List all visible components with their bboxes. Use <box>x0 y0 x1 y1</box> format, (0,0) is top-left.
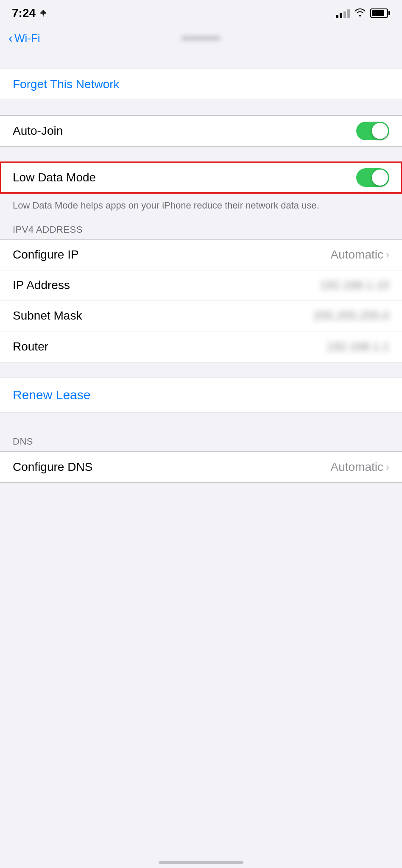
renew-lease-label: Renew Lease <box>13 388 90 402</box>
auto-join-row: Auto-Join <box>0 116 402 146</box>
subnet-mask-row: Subnet Mask 255.255.255.0 <box>0 301 402 331</box>
section-gap-4 <box>0 362 402 378</box>
location-icon <box>39 9 47 17</box>
ipv4-section-header: IPV4 ADDRESS <box>0 221 402 239</box>
battery-icon <box>370 8 390 18</box>
chevron-right-icon: › <box>386 249 389 261</box>
low-data-mode-label: Low Data Mode <box>13 171 96 184</box>
ip-address-value: 192.168.1.10 <box>320 278 390 292</box>
dns-section: Configure DNS Automatic › <box>0 451 402 483</box>
time-label: 7:24 <box>12 6 36 20</box>
low-data-mode-row: Low Data Mode <box>0 162 402 193</box>
low-data-description: Low Data Mode helps apps on your iPhone … <box>0 193 402 221</box>
renew-lease-row[interactable]: Renew Lease <box>0 378 402 412</box>
ipv4-section: Configure IP Automatic › IP Address 192.… <box>0 239 402 362</box>
status-time: 7:24 <box>12 6 47 20</box>
section-gap-1 <box>0 53 402 69</box>
ip-address-label: IP Address <box>13 278 70 292</box>
bottom-padding <box>0 483 402 534</box>
router-label: Router <box>13 340 48 353</box>
page-title: •••••••••• <box>181 32 220 45</box>
configure-dns-value: Automatic › <box>331 460 390 474</box>
forget-network-section: Forget This Network <box>0 69 402 100</box>
wifi-status-icon <box>354 8 366 19</box>
dns-section-header: DNS <box>0 428 402 451</box>
dns-chevron-right-icon: › <box>386 461 389 473</box>
configure-ip-row[interactable]: Configure IP Automatic › <box>0 240 402 270</box>
ip-address-row: IP Address 192.168.1.10 <box>0 270 402 301</box>
low-data-mode-section: Low Data Mode <box>0 162 402 193</box>
section-gap-2 <box>0 100 402 115</box>
back-label: Wi-Fi <box>14 32 40 45</box>
router-value: 192.168.1.1 <box>327 340 389 353</box>
section-gap-3 <box>0 147 402 162</box>
auto-join-toggle[interactable] <box>356 122 389 140</box>
auto-join-section: Auto-Join <box>0 115 402 147</box>
signal-bars <box>336 8 350 18</box>
configure-dns-label: Configure DNS <box>13 460 92 474</box>
subnet-mask-value: 255.255.255.0 <box>313 309 389 323</box>
nav-bar: ‹ Wi-Fi •••••••••• <box>0 23 402 53</box>
back-button[interactable]: ‹ Wi-Fi <box>8 32 40 45</box>
status-icons <box>336 8 390 19</box>
section-gap-5 <box>0 412 402 428</box>
configure-ip-label: Configure IP <box>13 248 79 262</box>
forget-network-label: Forget This Network <box>13 78 120 91</box>
forget-network-row[interactable]: Forget This Network <box>0 69 402 100</box>
back-chevron-icon: ‹ <box>8 32 13 45</box>
subnet-mask-label: Subnet Mask <box>13 309 82 323</box>
status-bar: 7:24 <box>0 0 402 23</box>
configure-ip-value: Automatic › <box>331 248 390 262</box>
router-row: Router 192.168.1.1 <box>0 331 402 362</box>
home-indicator <box>159 861 243 864</box>
configure-dns-row[interactable]: Configure DNS Automatic › <box>0 452 402 482</box>
renew-lease-section: Renew Lease <box>0 378 402 412</box>
toggle-thumb-low-data <box>372 170 388 186</box>
auto-join-label: Auto-Join <box>13 124 63 138</box>
low-data-mode-toggle[interactable] <box>356 168 389 187</box>
toggle-thumb <box>372 123 388 139</box>
